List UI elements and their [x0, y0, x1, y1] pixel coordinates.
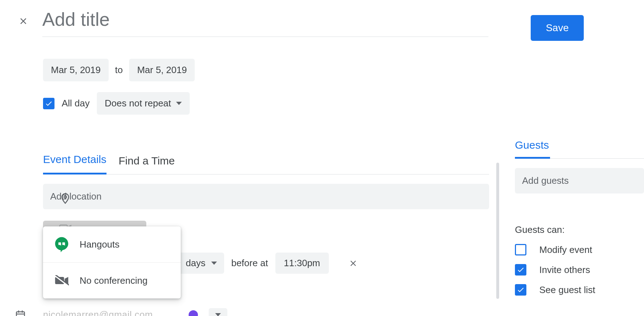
- tab-guests[interactable]: Guests: [515, 139, 644, 159]
- conferencing-option-none-label: No conferencing: [80, 275, 147, 286]
- see-guest-list-checkbox[interactable]: [515, 284, 526, 296]
- remove-notification-button[interactable]: [347, 257, 360, 270]
- chevron-down-icon: [215, 313, 221, 316]
- invite-others-label: Invite others: [539, 264, 590, 276]
- location-input[interactable]: [43, 184, 489, 209]
- end-date-chip[interactable]: Mar 5, 2019: [129, 59, 195, 81]
- save-button[interactable]: Save: [531, 15, 584, 41]
- calendar-color-chip[interactable]: [189, 310, 198, 316]
- calendar-icon: [15, 310, 26, 316]
- close-icon: [349, 259, 358, 268]
- close-icon: [18, 16, 28, 26]
- repeat-dropdown[interactable]: Does not repeat: [97, 92, 190, 115]
- svg-point-0: [64, 196, 67, 198]
- see-guest-list-label: See guest list: [539, 284, 595, 296]
- location-icon: [60, 192, 71, 205]
- notification-time-chip[interactable]: 11:30pm: [275, 253, 329, 274]
- notification-days-dropdown[interactable]: days: [179, 253, 224, 274]
- chevron-down-icon: [211, 262, 217, 265]
- guests-can-label: Guests can:: [515, 224, 644, 235]
- modify-event-label: Modify event: [539, 244, 592, 255]
- conferencing-menu: Hangouts No conferencing: [43, 226, 181, 298]
- check-icon: [517, 266, 525, 274]
- chevron-down-icon: [176, 102, 182, 105]
- check-icon: [45, 100, 53, 107]
- add-guests-input[interactable]: [515, 168, 644, 193]
- event-title-input[interactable]: [42, 6, 488, 37]
- calendar-color-dropdown[interactable]: [209, 308, 227, 316]
- all-day-label: All day: [62, 98, 90, 109]
- conferencing-option-hangouts[interactable]: Hangouts: [43, 226, 181, 262]
- title-underline: [42, 37, 488, 37]
- repeat-label: Does not repeat: [105, 98, 171, 109]
- date-to-label: to: [115, 64, 123, 76]
- all-day-checkbox[interactable]: [43, 98, 55, 109]
- modify-event-checkbox[interactable]: [515, 244, 526, 255]
- hangouts-icon: [54, 236, 70, 252]
- video-off-icon: [54, 273, 70, 288]
- check-icon: [517, 286, 525, 294]
- invite-others-checkbox[interactable]: [515, 264, 526, 276]
- conferencing-option-hangouts-label: Hangouts: [80, 239, 119, 250]
- tab-find-a-time[interactable]: Find a Time: [119, 155, 175, 174]
- calendar-email-label: nicolemarren@gmail.com: [43, 309, 153, 316]
- tab-event-details[interactable]: Event Details: [43, 153, 106, 174]
- notification-days-label: days: [186, 258, 205, 269]
- close-button[interactable]: [15, 13, 32, 29]
- scrollbar[interactable]: [496, 163, 499, 299]
- conferencing-option-none[interactable]: No conferencing: [43, 262, 181, 298]
- start-date-chip[interactable]: Mar 5, 2019: [43, 59, 109, 81]
- notification-before-at-label: before at: [231, 258, 268, 269]
